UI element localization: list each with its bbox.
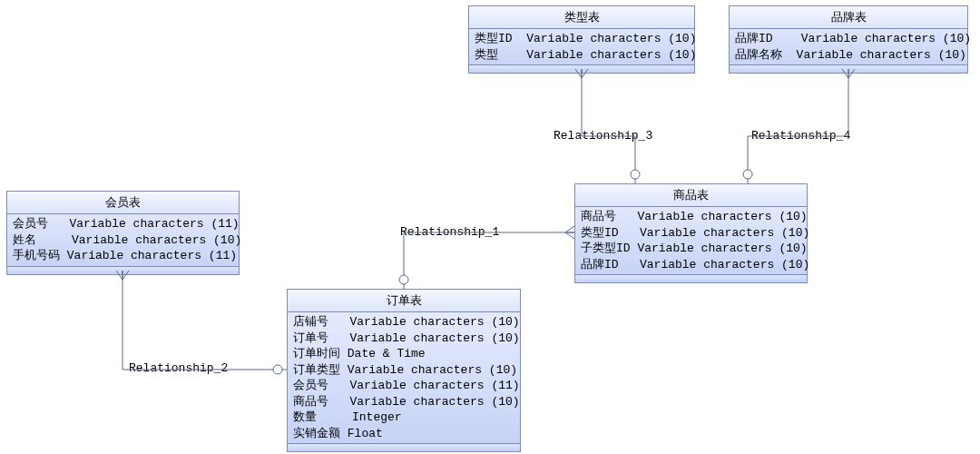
relationship-label-2: Relationship_2 [129, 361, 228, 375]
cardinality-circle-icon [273, 365, 282, 374]
cardinality-circle-icon [743, 170, 752, 179]
cardinality-circle-icon [399, 275, 408, 284]
cardinality-circle-icon [631, 170, 640, 179]
entity-row: 品牌名称 Variable characters (10) [735, 47, 962, 64]
entity-footer [469, 64, 694, 73]
entity-footer [730, 64, 967, 73]
entity-brand: 品牌表 品牌ID Variable characters (10) 品牌名称 V… [729, 5, 968, 74]
entity-row: 数量 Integer [293, 410, 514, 426]
entity-row: 类型ID Variable characters (10) [581, 225, 801, 242]
entity-row: 子类型ID Variable characters (10) [581, 241, 801, 257]
entity-title: 商品表 [575, 184, 807, 207]
entity-row: 订单时间 Date & Time [293, 346, 514, 362]
entity-title: 品牌表 [730, 6, 967, 29]
entity-row: 商品号 Variable characters (10) [293, 394, 514, 410]
entity-row: 姓名 Variable characters (10) [13, 232, 233, 249]
entity-row: 会员号 Variable characters (11) [13, 216, 233, 232]
entity-body: 会员号 Variable characters (11) 姓名 Variable… [7, 214, 239, 266]
entity-product: 商品表 商品号 Variable characters (10) 类型ID Va… [574, 183, 808, 283]
entity-type: 类型表 类型ID Variable characters (10) 类型 Var… [468, 5, 695, 74]
entity-row: 类型 Variable characters (10) [475, 47, 689, 64]
entity-row: 类型ID Variable characters (10) [475, 31, 689, 47]
entity-footer [575, 274, 807, 282]
entity-row: 手机号码 Variable characters (11) [13, 248, 233, 264]
connector-r1 [404, 232, 574, 289]
connector-r4 [748, 69, 848, 183]
entity-footer [7, 266, 239, 274]
connector-r3 [582, 69, 635, 183]
entity-row: 订单号 Variable characters (10) [293, 331, 514, 347]
relationship-label-1: Relationship_1 [400, 225, 499, 239]
entity-order: 订单表 店铺号 Variable characters (10) 订单号 Var… [287, 289, 521, 452]
entity-body: 店铺号 Variable characters (10) 订单号 Variabl… [288, 312, 520, 443]
entity-row: 实销金额 Float [293, 426, 514, 442]
relationship-label-3: Relationship_3 [554, 129, 652, 143]
relationship-label-4: Relationship_4 [751, 129, 850, 143]
entity-body: 商品号 Variable characters (10) 类型ID Variab… [575, 207, 807, 274]
entity-footer [288, 443, 520, 451]
crowfoot-icon [565, 226, 574, 239]
entity-title: 类型表 [469, 6, 694, 29]
entity-row: 品牌ID Variable characters (10) [735, 31, 962, 47]
entity-title: 订单表 [288, 290, 520, 312]
entity-body: 类型ID Variable characters (10) 类型 Variabl… [469, 29, 694, 64]
entity-row: 订单类型 Variable characters (10) [293, 362, 514, 379]
entity-title: 会员表 [7, 192, 239, 214]
entity-row: 商品号 Variable characters (10) [581, 209, 801, 225]
entity-row: 品牌ID Variable characters (10) [581, 257, 801, 273]
entity-member: 会员表 会员号 Variable characters (11) 姓名 Vari… [6, 191, 240, 275]
entity-body: 品牌ID Variable characters (10) 品牌名称 Varia… [730, 29, 967, 64]
connector-r2 [122, 271, 287, 370]
entity-row: 店铺号 Variable characters (10) [293, 314, 514, 331]
entity-row: 会员号 Variable characters (11) [293, 378, 514, 394]
